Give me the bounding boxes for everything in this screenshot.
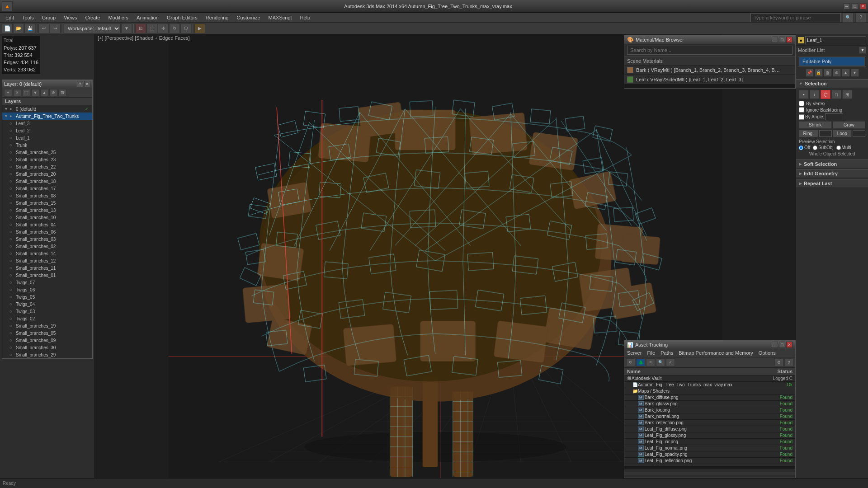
layer-item[interactable]: ○Leaf_1 — [2, 134, 92, 141]
layer-new-button[interactable]: + — [4, 89, 12, 96]
mat-browser-maximize[interactable]: □ — [779, 37, 785, 43]
maximize-button[interactable]: □ — [852, 3, 858, 9]
at-menu-paths[interactable]: Paths — [660, 350, 674, 356]
layer-toolbar-btn5[interactable]: ▲ — [40, 89, 48, 96]
at-flat-view-button[interactable]: ≡ — [646, 358, 655, 366]
layer-delete-button[interactable]: ✕ — [13, 89, 21, 96]
selection-section-header[interactable]: ▼ Selection — [796, 79, 868, 88]
scale-button[interactable]: ⬡ — [180, 23, 191, 33]
help-icon[interactable]: ? — [855, 13, 866, 23]
layer-item[interactable]: ○Small_branches_03 — [2, 235, 92, 243]
ignore-backfacing-checkbox[interactable] — [799, 107, 804, 113]
by-angle-checkbox[interactable] — [799, 114, 804, 120]
layer-item[interactable]: ○Small_branches_05 — [2, 329, 92, 337]
mat-item-bark[interactable]: Bark ( VRayMtl ) [Branch_1, Branch_2, Br… — [624, 66, 795, 75]
layer-item[interactable]: ○Small_branches_30 — [2, 344, 92, 351]
select-button[interactable]: ⊡ — [135, 23, 146, 33]
soft-selection-section-header[interactable]: ▶ Soft Selection — [796, 160, 868, 168]
menu-graph-editors[interactable]: Graph Editors — [163, 14, 201, 21]
vertex-select-button[interactable]: • — [799, 90, 809, 99]
show-end-button[interactable]: 🔒 — [815, 69, 823, 77]
preview-off-radio[interactable] — [799, 145, 803, 150]
at-table-row[interactable]: M Bark_ior.png Found — [624, 407, 795, 413]
layer-item[interactable]: ○Small_branches_09 — [2, 337, 92, 344]
menu-maxscript[interactable]: MAXScript — [265, 14, 296, 21]
edge-select-button[interactable]: / — [810, 90, 820, 99]
layer-list[interactable]: ▼●0 (default)✓▼●Autumn_Fig_Tree_Two_Trun… — [2, 105, 92, 358]
layer-item[interactable]: ○Small_branches_23 — [2, 156, 92, 163]
layer-panel-help[interactable]: ? — [77, 81, 83, 87]
unique-button[interactable]: ⊕ — [833, 69, 841, 77]
menu-views[interactable]: Views — [60, 14, 80, 21]
layer-item[interactable]: ○Small_branches_19 — [2, 322, 92, 329]
element-select-button[interactable]: ⊞ — [842, 90, 852, 99]
layer-item[interactable]: ○Small_branches_14 — [2, 250, 92, 257]
menu-tools[interactable]: Tools — [19, 14, 38, 21]
layer-item[interactable]: ○Small_branches_10 — [2, 214, 92, 221]
layer-item[interactable]: ○Small_branches_20 — [2, 170, 92, 178]
at-table-row[interactable]: M Leaf_Fig_ior.png Found — [624, 439, 795, 445]
editable-poly-modifier[interactable]: Editable Poly — [799, 57, 865, 66]
close-button[interactable]: ✕ — [860, 3, 866, 9]
menu-group[interactable]: Group — [38, 14, 60, 21]
layer-item[interactable]: ○Small_branches_11 — [2, 264, 92, 272]
asset-tracking-titlebar[interactable]: 📊 Asset Tracking ─ □ ✕ — [624, 341, 795, 349]
layer-item[interactable]: ○Small_branches_18 — [2, 178, 92, 185]
at-check-button[interactable]: ✓ — [666, 358, 675, 366]
shrink-button[interactable]: Shrink — [799, 121, 832, 129]
viewport-label[interactable]: [+] [Perspective] [Shaded + Edged Faces] — [95, 34, 193, 42]
by-vertex-checkbox[interactable] — [799, 101, 804, 106]
search-input[interactable] — [750, 13, 841, 22]
layer-item[interactable]: ○Small_branches_01 — [2, 272, 92, 279]
move-up-button[interactable]: ▲ — [842, 69, 850, 77]
menu-rendering[interactable]: Rendering — [202, 14, 232, 21]
asset-tracking-minimize[interactable]: ─ — [772, 342, 778, 348]
menu-animation[interactable]: Animation — [133, 14, 162, 21]
open-button[interactable]: 📂 — [13, 23, 24, 33]
modifier-list-expand[interactable]: ▼ — [859, 47, 866, 54]
layer-item[interactable]: ○Small_branches_08 — [2, 192, 92, 199]
at-find-button[interactable]: 🔍 — [656, 358, 665, 366]
menu-modifiers[interactable]: Modifiers — [104, 14, 132, 21]
layer-item[interactable]: ○Twigs_07 — [2, 279, 92, 286]
workspace-settings-button[interactable]: ▼ — [121, 23, 132, 33]
undo-button[interactable]: ↩ — [38, 23, 49, 33]
at-table-row[interactable]: M Leaf_Fig_diffuse.png Found — [624, 426, 795, 432]
layer-item[interactable]: ▼●Autumn_Fig_Tree_Two_Trunks — [2, 113, 92, 120]
ring-value-input[interactable] — [819, 130, 832, 137]
menu-help[interactable]: Help — [297, 14, 314, 21]
move-button[interactable]: ✛ — [158, 23, 169, 33]
ring-button[interactable]: Ring. — [799, 130, 818, 137]
border-select-button[interactable]: ⬡ — [821, 90, 830, 99]
layer-item[interactable]: ○Small_branches_13 — [2, 206, 92, 214]
layer-item[interactable]: ○Twigs_03 — [2, 308, 92, 315]
at-table-row[interactable]: M Leaf_Fig_glossy.png Found — [624, 432, 795, 439]
preview-subobj-radio[interactable] — [813, 145, 817, 150]
asset-tracking-maximize[interactable]: □ — [779, 342, 785, 348]
mat-browser-minimize[interactable]: ─ — [772, 37, 778, 43]
layer-item[interactable]: ○Small_branches_29 — [2, 351, 92, 358]
at-menu-file[interactable]: File — [646, 350, 656, 356]
asset-tracking-close[interactable]: ✕ — [786, 342, 793, 348]
at-menu-options[interactable]: Options — [758, 350, 777, 356]
loop-button[interactable]: Loop — [833, 130, 852, 137]
by-angle-input[interactable]: 45.0 — [825, 113, 843, 120]
at-table-row[interactable]: 📄 Autumn_Fig_Tree_Two_Trunks_max_vray.ma… — [624, 382, 795, 388]
select-region-button[interactable]: ⬚ — [146, 23, 157, 33]
at-table-row[interactable]: 🏛 Autodesk Vault Logged C — [624, 375, 795, 382]
layer-item[interactable]: ○Small_branches_02 — [2, 243, 92, 250]
layer-panel-close[interactable]: ✕ — [84, 81, 90, 87]
rotate-button[interactable]: ↻ — [169, 23, 180, 33]
search-button[interactable]: 🔍 — [843, 13, 854, 23]
layer-item[interactable]: ○Leaf_3 — [2, 120, 92, 127]
layer-item[interactable]: ○Small_branches_25 — [2, 149, 92, 156]
loop-value-input[interactable] — [853, 130, 865, 137]
poly-select-button[interactable]: □ — [831, 90, 841, 99]
layer-item[interactable]: ○Small_branches_12 — [2, 257, 92, 264]
layer-item[interactable]: ○Trunk — [2, 141, 92, 149]
layer-item[interactable]: ○Twigs_04 — [2, 300, 92, 308]
at-refresh-button[interactable]: ↻ — [626, 358, 635, 366]
at-table-row[interactable]: M Bark_diffuse.png Found — [624, 394, 795, 401]
layer-toolbar-btn7[interactable]: ⊞ — [58, 89, 66, 96]
edit-geometry-section-header[interactable]: ▶ Edit Geometry — [796, 169, 868, 178]
